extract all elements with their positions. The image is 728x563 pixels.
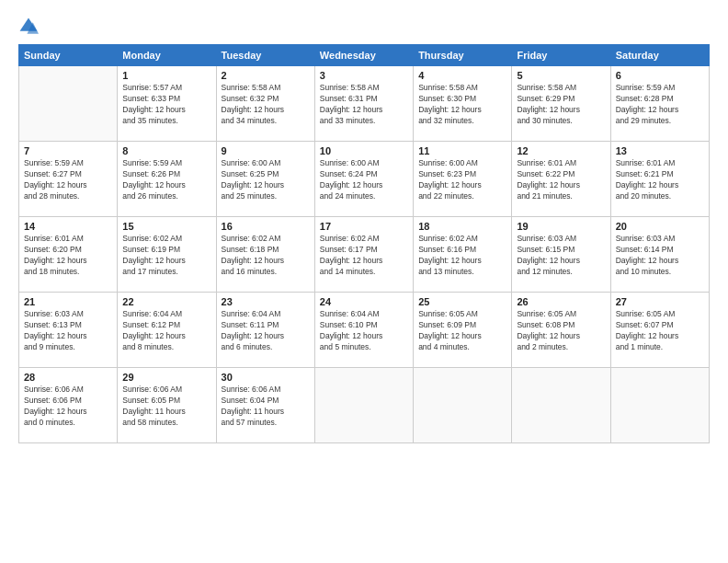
calendar-cell (610, 368, 709, 443)
day-number: 23 (222, 296, 310, 307)
day-info: Sunrise: 6:05 AM Sunset: 6:07 PM Dayligh… (616, 309, 704, 353)
day-number: 18 (418, 221, 506, 232)
day-number: 11 (418, 145, 506, 156)
calendar-cell: 2Sunrise: 5:58 AM Sunset: 6:32 PM Daylig… (216, 66, 314, 142)
day-info: Sunrise: 6:02 AM Sunset: 6:17 PM Dayligh… (320, 234, 408, 278)
calendar-cell: 26Sunrise: 6:05 AM Sunset: 6:08 PM Dayli… (512, 293, 610, 368)
day-number: 10 (320, 145, 408, 156)
calendar-cell: 4Sunrise: 5:58 AM Sunset: 6:30 PM Daylig… (414, 66, 512, 142)
calendar-cell: 22Sunrise: 6:04 AM Sunset: 6:12 PM Dayli… (118, 293, 216, 368)
calendar-cell: 16Sunrise: 6:02 AM Sunset: 6:18 PM Dayli… (216, 217, 314, 293)
day-info: Sunrise: 6:01 AM Sunset: 6:21 PM Dayligh… (616, 158, 704, 202)
day-info: Sunrise: 5:58 AM Sunset: 6:29 PM Dayligh… (517, 83, 605, 127)
day-number: 25 (418, 296, 506, 307)
logo-icon (18, 17, 39, 37)
day-info: Sunrise: 6:02 AM Sunset: 6:19 PM Dayligh… (122, 234, 210, 278)
day-number: 30 (222, 372, 310, 383)
day-number: 1 (122, 70, 210, 81)
calendar-cell: 15Sunrise: 6:02 AM Sunset: 6:19 PM Dayli… (118, 217, 216, 293)
day-info: Sunrise: 6:01 AM Sunset: 6:22 PM Dayligh… (517, 158, 605, 202)
day-info: Sunrise: 6:03 AM Sunset: 6:14 PM Dayligh… (616, 234, 704, 278)
weekday-header: Thursday (414, 45, 512, 66)
day-info: Sunrise: 6:02 AM Sunset: 6:16 PM Dayligh… (418, 234, 506, 278)
calendar-cell: 10Sunrise: 6:00 AM Sunset: 6:24 PM Dayli… (314, 142, 413, 217)
day-info: Sunrise: 6:03 AM Sunset: 6:15 PM Dayligh… (517, 234, 605, 278)
day-number: 2 (222, 70, 310, 81)
calendar-cell (19, 66, 118, 142)
day-info: Sunrise: 5:58 AM Sunset: 6:32 PM Dayligh… (222, 83, 310, 127)
day-info: Sunrise: 6:00 AM Sunset: 6:23 PM Dayligh… (418, 158, 506, 202)
day-number: 6 (616, 70, 704, 81)
calendar-cell: 12Sunrise: 6:01 AM Sunset: 6:22 PM Dayli… (512, 142, 610, 217)
calendar-cell: 28Sunrise: 6:06 AM Sunset: 6:06 PM Dayli… (19, 368, 118, 443)
calendar-week-row: 21Sunrise: 6:03 AM Sunset: 6:13 PM Dayli… (19, 293, 710, 368)
calendar-cell: 23Sunrise: 6:04 AM Sunset: 6:11 PM Dayli… (216, 293, 314, 368)
day-info: Sunrise: 6:06 AM Sunset: 6:05 PM Dayligh… (122, 385, 210, 429)
day-info: Sunrise: 6:04 AM Sunset: 6:12 PM Dayligh… (122, 309, 210, 353)
weekday-header: Monday (118, 45, 216, 66)
day-info: Sunrise: 6:01 AM Sunset: 6:20 PM Dayligh… (24, 234, 112, 278)
day-number: 9 (222, 145, 310, 156)
day-info: Sunrise: 5:57 AM Sunset: 6:33 PM Dayligh… (122, 83, 210, 127)
day-info: Sunrise: 6:00 AM Sunset: 6:24 PM Dayligh… (320, 158, 408, 202)
calendar-cell: 5Sunrise: 5:58 AM Sunset: 6:29 PM Daylig… (512, 66, 610, 142)
day-info: Sunrise: 6:04 AM Sunset: 6:11 PM Dayligh… (222, 309, 310, 353)
day-info: Sunrise: 6:02 AM Sunset: 6:18 PM Dayligh… (222, 234, 310, 278)
page: SundayMondayTuesdayWednesdayThursdayFrid… (0, 0, 728, 563)
day-number: 13 (616, 145, 704, 156)
calendar-week-row: 14Sunrise: 6:01 AM Sunset: 6:20 PM Dayli… (19, 217, 710, 293)
day-number: 28 (24, 372, 112, 383)
calendar-cell: 7Sunrise: 5:59 AM Sunset: 6:27 PM Daylig… (19, 142, 118, 217)
calendar-cell: 25Sunrise: 6:05 AM Sunset: 6:09 PM Dayli… (414, 293, 512, 368)
calendar-week-row: 28Sunrise: 6:06 AM Sunset: 6:06 PM Dayli… (19, 368, 710, 443)
day-number: 8 (122, 145, 210, 156)
day-info: Sunrise: 6:05 AM Sunset: 6:09 PM Dayligh… (418, 309, 506, 353)
day-number: 20 (616, 221, 704, 232)
day-number: 24 (320, 296, 408, 307)
day-number: 17 (320, 221, 408, 232)
header (18, 17, 710, 37)
weekday-header: Friday (512, 45, 610, 66)
weekday-header-row: SundayMondayTuesdayWednesdayThursdayFrid… (19, 45, 710, 66)
calendar-week-row: 7Sunrise: 5:59 AM Sunset: 6:27 PM Daylig… (19, 142, 710, 217)
day-info: Sunrise: 6:05 AM Sunset: 6:08 PM Dayligh… (517, 309, 605, 353)
calendar-cell: 27Sunrise: 6:05 AM Sunset: 6:07 PM Dayli… (610, 293, 709, 368)
weekday-header: Sunday (19, 45, 118, 66)
day-info: Sunrise: 6:06 AM Sunset: 6:06 PM Dayligh… (24, 385, 112, 429)
day-number: 19 (517, 221, 605, 232)
calendar-table: SundayMondayTuesdayWednesdayThursdayFrid… (18, 44, 710, 443)
day-number: 3 (320, 70, 408, 81)
calendar-cell: 14Sunrise: 6:01 AM Sunset: 6:20 PM Dayli… (19, 217, 118, 293)
calendar-cell: 24Sunrise: 6:04 AM Sunset: 6:10 PM Dayli… (314, 293, 413, 368)
day-info: Sunrise: 5:59 AM Sunset: 6:28 PM Dayligh… (616, 83, 704, 127)
calendar-cell: 8Sunrise: 5:59 AM Sunset: 6:26 PM Daylig… (118, 142, 216, 217)
calendar-cell: 29Sunrise: 6:06 AM Sunset: 6:05 PM Dayli… (118, 368, 216, 443)
calendar-cell: 6Sunrise: 5:59 AM Sunset: 6:28 PM Daylig… (610, 66, 709, 142)
day-number: 26 (517, 296, 605, 307)
weekday-header: Wednesday (314, 45, 413, 66)
day-info: Sunrise: 5:58 AM Sunset: 6:31 PM Dayligh… (320, 83, 408, 127)
calendar-cell: 11Sunrise: 6:00 AM Sunset: 6:23 PM Dayli… (414, 142, 512, 217)
calendar-week-row: 1Sunrise: 5:57 AM Sunset: 6:33 PM Daylig… (19, 66, 710, 142)
calendar-cell: 13Sunrise: 6:01 AM Sunset: 6:21 PM Dayli… (610, 142, 709, 217)
day-number: 15 (122, 221, 210, 232)
logo (18, 17, 42, 37)
day-number: 29 (122, 372, 210, 383)
calendar-cell: 9Sunrise: 6:00 AM Sunset: 6:25 PM Daylig… (216, 142, 314, 217)
calendar-cell: 18Sunrise: 6:02 AM Sunset: 6:16 PM Dayli… (414, 217, 512, 293)
day-number: 7 (24, 145, 112, 156)
day-number: 14 (24, 221, 112, 232)
day-info: Sunrise: 6:04 AM Sunset: 6:10 PM Dayligh… (320, 309, 408, 353)
day-number: 12 (517, 145, 605, 156)
calendar-cell: 20Sunrise: 6:03 AM Sunset: 6:14 PM Dayli… (610, 217, 709, 293)
day-number: 27 (616, 296, 704, 307)
day-info: Sunrise: 5:59 AM Sunset: 6:27 PM Dayligh… (24, 158, 112, 202)
day-number: 22 (122, 296, 210, 307)
calendar-cell: 17Sunrise: 6:02 AM Sunset: 6:17 PM Dayli… (314, 217, 413, 293)
day-info: Sunrise: 6:03 AM Sunset: 6:13 PM Dayligh… (24, 309, 112, 353)
day-number: 21 (24, 296, 112, 307)
day-info: Sunrise: 5:58 AM Sunset: 6:30 PM Dayligh… (418, 83, 506, 127)
calendar-cell: 30Sunrise: 6:06 AM Sunset: 6:04 PM Dayli… (216, 368, 314, 443)
day-number: 4 (418, 70, 506, 81)
weekday-header: Tuesday (216, 45, 314, 66)
